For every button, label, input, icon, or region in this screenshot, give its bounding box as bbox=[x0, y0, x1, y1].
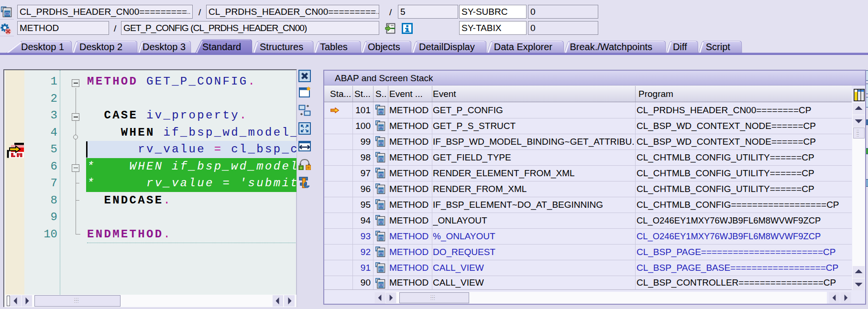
svg-text:DetailDisplay: DetailDisplay bbox=[419, 42, 475, 52]
svg-text:Desktop 2: Desktop 2 bbox=[79, 42, 122, 52]
svg-text:Data Explorer: Data Explorer bbox=[494, 42, 553, 52]
svg-text:Desktop 3: Desktop 3 bbox=[143, 42, 186, 52]
svg-text:Diff: Diff bbox=[673, 42, 687, 52]
svg-text:Structures: Structures bbox=[260, 42, 303, 52]
svg-text:Objects: Objects bbox=[368, 42, 400, 52]
svg-text:Desktop 1: Desktop 1 bbox=[21, 42, 64, 52]
svg-text:Break./Watchpoints: Break./Watchpoints bbox=[570, 42, 652, 52]
svg-text:Script: Script bbox=[706, 42, 731, 52]
svg-text:Standard: Standard bbox=[202, 42, 241, 52]
svg-text:Tables: Tables bbox=[320, 42, 348, 52]
